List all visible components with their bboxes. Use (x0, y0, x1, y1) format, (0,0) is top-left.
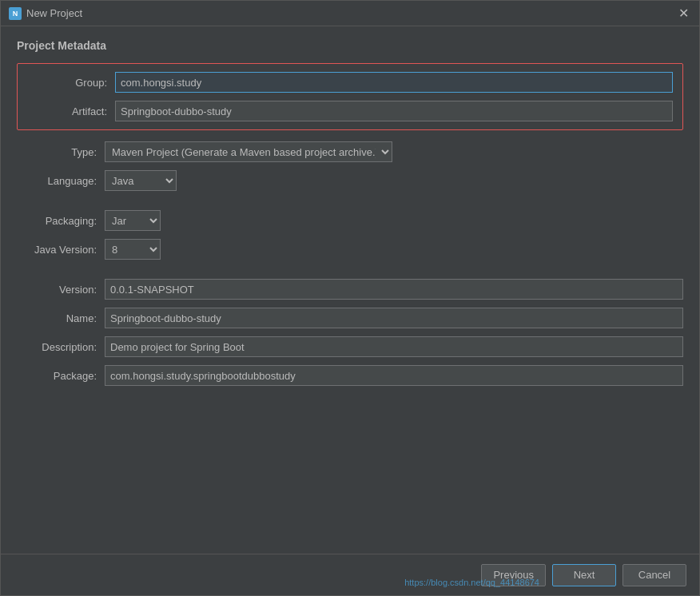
type-dropdown-wrapper: Maven Project (Generate a Maven based pr… (105, 141, 392, 162)
section-title: Project Metadata (17, 39, 683, 52)
artifact-label: Artifact: (27, 105, 115, 117)
package-label: Package: (17, 370, 105, 382)
bottom-bar: https://blog.csdn.net/qq_44148674 Previo… (1, 554, 699, 595)
packaging-dropdown-wrapper: Jar (105, 210, 161, 231)
window-title: New Project (26, 7, 82, 19)
artifact-row: Artifact: (27, 101, 673, 121)
new-project-dialog: N New Project ✕ Project Metadata Group: … (0, 0, 700, 596)
app-icon: N (9, 7, 22, 20)
cancel-button[interactable]: Cancel (622, 564, 686, 586)
name-input[interactable] (105, 308, 683, 328)
title-bar-left: N New Project (9, 7, 82, 20)
language-row: Language: Java (17, 170, 683, 191)
previous-button[interactable]: Previous (481, 564, 546, 586)
packaging-row: Packaging: Jar (17, 210, 683, 231)
dialog-body: Project Metadata Group: Artifact: Type: (1, 26, 699, 554)
version-row: Version: (17, 279, 683, 300)
name-row: Name: (17, 308, 683, 328)
group-label: Group: (27, 77, 115, 89)
package-row: Package: (17, 365, 683, 386)
group-input[interactable] (115, 72, 673, 93)
type-label: Type: (17, 146, 105, 158)
java-version-label: Java Version: (17, 244, 105, 256)
group-row: Group: (27, 72, 673, 93)
java-version-row: Java Version: 8 (17, 239, 683, 260)
close-button[interactable]: ✕ (675, 6, 691, 22)
type-row: Type: Maven Project (Generate a Maven ba… (17, 141, 683, 162)
language-dropdown-wrapper: Java (105, 170, 177, 191)
java-version-select[interactable]: 8 (105, 239, 161, 260)
package-input[interactable] (105, 365, 683, 386)
packaging-select[interactable]: Jar (105, 210, 161, 231)
group-artifact-box: Group: Artifact: (17, 63, 683, 130)
next-button[interactable]: Next (552, 564, 616, 586)
svg-text:N: N (13, 10, 18, 18)
language-select[interactable]: Java (105, 170, 177, 191)
name-label: Name: (17, 312, 105, 324)
artifact-input[interactable] (115, 101, 673, 121)
description-row: Description: (17, 336, 683, 357)
java-version-dropdown-wrapper: 8 (105, 239, 161, 260)
title-bar: N New Project ✕ (1, 1, 699, 26)
version-input[interactable] (105, 279, 683, 300)
version-label: Version: (17, 284, 105, 296)
language-label: Language: (17, 175, 105, 187)
packaging-label: Packaging: (17, 215, 105, 227)
description-label: Description: (17, 341, 105, 353)
type-select[interactable]: Maven Project (Generate a Maven based pr… (105, 141, 392, 162)
description-input[interactable] (105, 336, 683, 357)
